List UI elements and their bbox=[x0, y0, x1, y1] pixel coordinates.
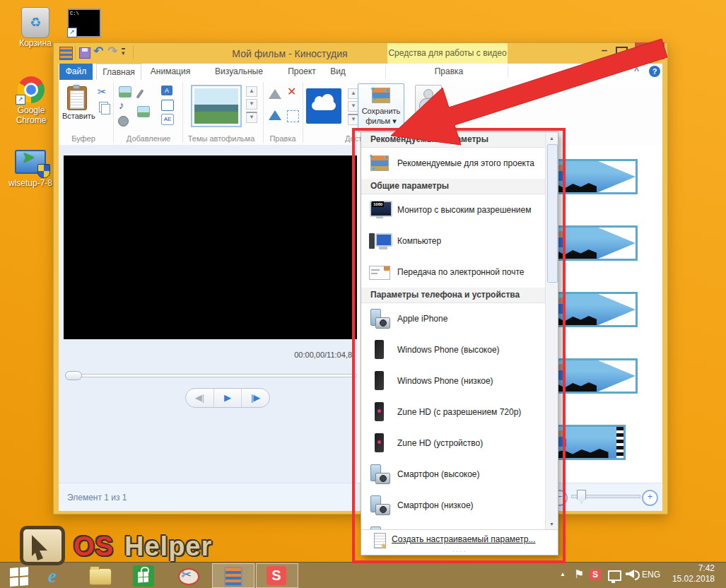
tab-home[interactable]: Главная bbox=[96, 64, 141, 80]
tab-edit[interactable]: Правка bbox=[410, 64, 488, 80]
clock-date[interactable]: 15.02.2018 bbox=[661, 574, 715, 584]
cmd-shortcut[interactable]: C:\ ↗ bbox=[67, 8, 101, 37]
screenshot-app-taskbar-button[interactable]: S bbox=[256, 563, 298, 588]
rotate-right-icon[interactable] bbox=[269, 110, 281, 120]
shortcut-arrow-icon: ↗ bbox=[16, 95, 25, 105]
sign-in-button[interactable] bbox=[415, 85, 442, 113]
qat-customize-icon[interactable]: ▾ bbox=[122, 48, 125, 57]
menu-item-smartphone-low[interactable]: Смартфон (низкое) bbox=[361, 490, 546, 521]
save-movie-dropdown: Рекомендуемые параметры ✦✦✦ Рекомендуемы… bbox=[361, 131, 558, 555]
playback-timestamp: 00:00,00/11:04,8 bbox=[212, 351, 352, 359]
remove-icon[interactable]: ✕ bbox=[287, 85, 296, 98]
scrollbar-thumb[interactable] bbox=[547, 144, 558, 283]
clock-time[interactable]: 7:42 bbox=[668, 563, 715, 573]
menu-item-smartphone-high[interactable]: Смартфон (высокое) bbox=[361, 459, 546, 490]
tab-file[interactable]: Файл bbox=[59, 64, 93, 80]
automovie-theme-thumbnail[interactable] bbox=[191, 85, 242, 127]
zune-icon bbox=[368, 401, 392, 423]
language-indicator[interactable]: ENG bbox=[642, 570, 660, 580]
network-icon[interactable] bbox=[608, 570, 621, 581]
start-button[interactable] bbox=[10, 568, 28, 588]
scroll-up-icon[interactable]: ▲ bbox=[546, 133, 557, 143]
paste-label: Вставить bbox=[62, 112, 92, 120]
zoom-in-button[interactable]: + bbox=[642, 490, 658, 506]
snapshot-icon[interactable] bbox=[137, 106, 150, 117]
save-movie-icon: ✦✦✦ bbox=[372, 88, 390, 103]
onedrive-cloud-icon bbox=[312, 101, 336, 110]
movie-maker-icon bbox=[224, 567, 242, 587]
internet-explorer-button[interactable]: e bbox=[48, 565, 71, 587]
movie-maker-taskbar-button[interactable] bbox=[212, 563, 254, 588]
menu-item-computer[interactable]: Компьютер bbox=[361, 225, 546, 257]
tray-s-app-icon[interactable]: S bbox=[590, 569, 601, 580]
play-button[interactable]: ▶ bbox=[214, 389, 242, 407]
smartphone-camera-icon bbox=[368, 495, 392, 516]
paste-clipboard-icon bbox=[67, 86, 87, 110]
save-icon[interactable] bbox=[79, 47, 90, 59]
maximize-button[interactable] bbox=[616, 47, 628, 57]
scroll-down-icon[interactable]: ▼ bbox=[546, 519, 557, 529]
tab-project[interactable]: Проект bbox=[283, 64, 321, 80]
collapse-ribbon-icon[interactable]: ^ bbox=[634, 66, 639, 76]
redo-icon[interactable]: ↷ bbox=[107, 44, 117, 59]
onedrive-share-button[interactable] bbox=[306, 88, 341, 124]
chrome-shortcut[interactable]: ↗ Google Chrome bbox=[6, 76, 57, 125]
tab-animation[interactable]: Анимация bbox=[146, 64, 195, 80]
group-separator bbox=[113, 82, 114, 143]
undo-icon[interactable]: ↶ bbox=[93, 44, 103, 59]
menu-item-zune-device[interactable]: Zune HD (устройство) bbox=[361, 428, 546, 459]
paste-button[interactable] bbox=[67, 86, 87, 110]
app-logo-icon bbox=[59, 47, 73, 60]
next-frame-button[interactable]: |▶ bbox=[242, 389, 269, 407]
cut-icon[interactable]: ✂ bbox=[98, 86, 107, 98]
close-button[interactable]: ✕ bbox=[635, 42, 664, 59]
caption-icon[interactable] bbox=[161, 100, 174, 111]
menu-item-hd-monitor[interactable]: 1080 Монитор с высоким разрешением bbox=[361, 194, 546, 225]
watermark-helper-text: Helper bbox=[124, 531, 212, 562]
email-icon bbox=[368, 261, 392, 283]
store-button[interactable] bbox=[133, 565, 154, 587]
title-icon[interactable]: A bbox=[161, 86, 172, 95]
menu-item-windows-phone-high[interactable]: Windows Phone (высокое) bbox=[361, 334, 546, 365]
menu-item-recommended[interactable]: ✦✦✦ Рекомендуемые для этого проекта bbox=[361, 148, 546, 179]
video-preview[interactable] bbox=[64, 155, 357, 339]
icon-label: wlsetup-7-8 bbox=[7, 178, 54, 188]
theme-more-icon[interactable]: ▼ bbox=[246, 112, 257, 123]
theme-scroll-up-icon[interactable]: ▲ bbox=[246, 86, 257, 97]
resize-grip[interactable]: ···· bbox=[361, 549, 558, 554]
file-explorer-button[interactable] bbox=[89, 568, 112, 588]
credits-icon[interactable]: AЕ bbox=[161, 114, 174, 125]
windows-phone-icon bbox=[368, 370, 392, 392]
menu-item-zune-720p[interactable]: Zune HD (с разрешением 720p) bbox=[361, 396, 546, 428]
tab-view[interactable]: Вид bbox=[324, 64, 352, 80]
dropdown-scrollbar[interactable]: ▲ ▼ bbox=[545, 132, 558, 530]
snipping-tool-button[interactable]: ✂ bbox=[177, 565, 199, 587]
cmd-prompt-text: C:\ bbox=[70, 11, 79, 16]
os-helper-logo-icon bbox=[20, 526, 65, 565]
help-icon[interactable]: ? bbox=[649, 66, 660, 77]
menu-item-email[interactable]: Передача по электронной почте bbox=[361, 257, 546, 288]
add-video-photo-icon[interactable] bbox=[119, 86, 131, 98]
wlsetup-shortcut[interactable]: ➤ wlsetup-7-8 bbox=[7, 150, 54, 188]
seek-bar[interactable] bbox=[67, 374, 357, 377]
menu-item-windows-phone-low[interactable]: Windows Phone (низкое) bbox=[361, 365, 546, 396]
select-all-icon[interactable] bbox=[287, 110, 299, 122]
save-movie-button[interactable]: ✦✦✦ Сохранить фильм ▾ bbox=[358, 83, 404, 132]
item-count-text: Элемент 1 из 1 bbox=[67, 493, 127, 502]
shortcut-arrow-icon: ↗ bbox=[67, 28, 77, 37]
seek-handle[interactable] bbox=[65, 371, 82, 380]
playback-controls: ◀| ▶ |▶ bbox=[185, 388, 270, 408]
action-center-flag-icon[interactable]: ⚑ bbox=[574, 568, 584, 581]
recycle-bin-shortcut[interactable]: ♻ Корзина bbox=[13, 7, 58, 48]
dropdown-arrow-icon: ▾ bbox=[392, 117, 397, 125]
windows-phone-icon bbox=[368, 339, 392, 360]
add-music-icon[interactable]: ♪ bbox=[119, 99, 124, 111]
tray-expand-icon[interactable]: ▲ bbox=[560, 571, 566, 577]
previous-frame-button[interactable]: ◀| bbox=[186, 389, 214, 407]
menu-item-create-custom[interactable]: ★ Создать настраиваемый параметр... bbox=[361, 530, 558, 548]
menu-item-apple-iphone[interactable]: Apple iPhone bbox=[361, 303, 546, 334]
rotate-left-icon[interactable] bbox=[269, 89, 281, 99]
webcam-icon[interactable] bbox=[118, 116, 129, 127]
minimize-button[interactable]: – bbox=[596, 44, 613, 59]
theme-scroll-down-icon[interactable]: ▼ bbox=[246, 99, 257, 110]
